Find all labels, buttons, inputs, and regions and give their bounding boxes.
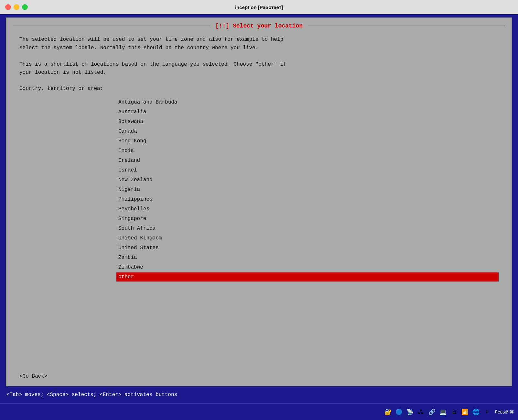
taskbar-icon-10[interactable]: ⬇ — [482, 407, 491, 416]
list-item[interactable]: Hong Kong — [116, 137, 499, 146]
dialog-box: [!!] Select your location The selected l… — [6, 17, 512, 386]
dialog-body: The selected location will be used to se… — [6, 29, 512, 370]
desc-line3 — [19, 52, 499, 61]
desc-line1: The selected location will be used to se… — [19, 36, 499, 44]
window-title: inception [Работает] — [235, 5, 283, 10]
description: The selected location will be used to se… — [19, 36, 499, 77]
desc-line4: This is a shortlist of locations based o… — [19, 61, 499, 69]
list-item[interactable]: India — [116, 146, 499, 155]
taskbar-icon-4[interactable]: 🖧 — [416, 407, 426, 416]
taskbar-icon-3[interactable]: 📡 — [405, 407, 415, 416]
list-item[interactable]: Philippines — [116, 195, 499, 204]
taskbar-icon-7[interactable]: 🖥 — [449, 407, 459, 416]
list-item[interactable]: Botswana — [116, 117, 499, 126]
list-item[interactable]: Antigua and Barbuda — [116, 98, 499, 107]
list-item[interactable]: Singapore — [116, 214, 499, 223]
header-line-left — [13, 26, 210, 26]
minimize-button[interactable] — [14, 4, 19, 10]
dialog-footer: <Go Back> — [6, 370, 512, 386]
titlebar: inception [Работает] — [0, 0, 518, 14]
bottom-text: <Tab> moves; <Space> selects; <Enter> ac… — [6, 392, 177, 398]
taskbar-icon-5[interactable]: 🔗 — [427, 407, 437, 416]
desc-line2: select the system locale. Normally this … — [19, 44, 499, 52]
desc-line5: your location is not listed. — [19, 69, 499, 77]
list-item[interactable]: United States — [116, 243, 499, 252]
header-line-right — [308, 26, 505, 26]
maximize-button[interactable] — [22, 4, 28, 10]
window-controls — [5, 4, 28, 10]
country-label: Country, territory or area: — [19, 85, 499, 93]
list-item[interactable]: New Zealand — [116, 175, 499, 184]
bottom-bar: <Tab> moves; <Space> selects; <Enter> ac… — [0, 386, 518, 403]
list-item[interactable]: Nigeria — [116, 185, 499, 194]
taskbar-icon-2[interactable]: 🔵 — [394, 407, 404, 416]
taskbar-label: Левый ⌘ — [495, 409, 514, 414]
list-item[interactable]: other — [116, 272, 499, 282]
dialog-header: [!!] Select your location — [6, 18, 512, 29]
taskbar-icon-1[interactable]: 🔐 — [383, 407, 393, 416]
close-button[interactable] — [5, 4, 11, 10]
taskbar-icon-6[interactable]: 💻 — [438, 407, 448, 416]
blue-background: [!!] Select your location The selected l… — [0, 14, 518, 386]
dialog-title: [!!] Select your location — [210, 23, 308, 29]
go-back-button[interactable]: <Go Back> — [19, 373, 47, 379]
list-item[interactable]: Israel — [116, 166, 499, 175]
list-item[interactable]: United Kingdom — [116, 234, 499, 243]
taskbar: 🔐 🔵 📡 🖧 🔗 💻 🖥 📶 🌐 ⬇ Левый ⌘ — [0, 403, 518, 420]
country-list: Antigua and BarbudaAustraliaBotswanaCana… — [116, 98, 499, 282]
list-item[interactable]: Seychelles — [116, 204, 499, 214]
list-item[interactable]: Zambia — [116, 253, 499, 262]
list-item[interactable]: Australia — [116, 107, 499, 116]
taskbar-icon-8[interactable]: 📶 — [460, 407, 469, 416]
list-item[interactable]: Ireland — [116, 156, 499, 165]
list-item[interactable]: Zimbabwe — [116, 263, 499, 272]
list-item[interactable]: Canada — [116, 127, 499, 136]
list-item[interactable]: South Africa — [116, 224, 499, 233]
taskbar-icon-9[interactable]: 🌐 — [471, 407, 480, 416]
